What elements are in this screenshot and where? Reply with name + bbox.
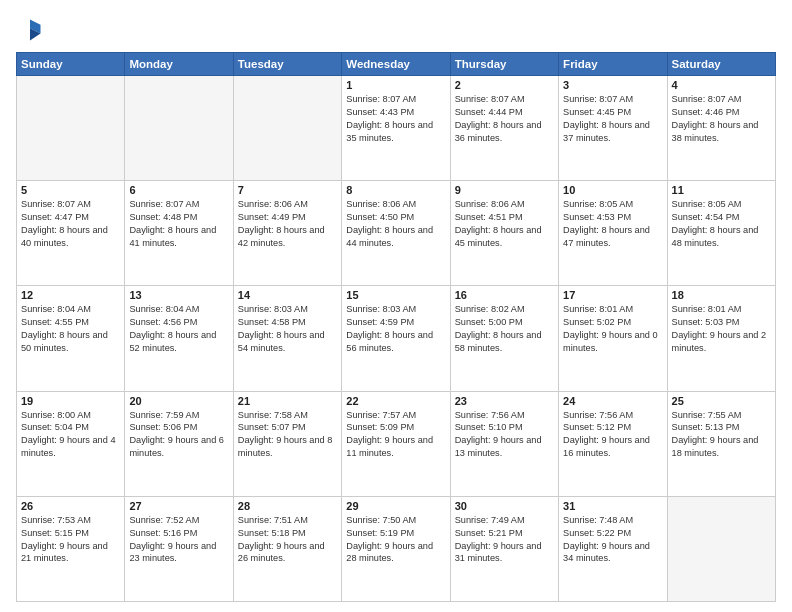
day-number: 28: [238, 500, 337, 512]
day-info: Sunrise: 7:56 AM Sunset: 5:10 PM Dayligh…: [455, 409, 554, 461]
day-info: Sunrise: 8:07 AM Sunset: 4:47 PM Dayligh…: [21, 198, 120, 250]
day-info: Sunrise: 8:03 AM Sunset: 4:58 PM Dayligh…: [238, 303, 337, 355]
day-info: Sunrise: 8:06 AM Sunset: 4:50 PM Dayligh…: [346, 198, 445, 250]
day-info: Sunrise: 7:52 AM Sunset: 5:16 PM Dayligh…: [129, 514, 228, 566]
day-number: 3: [563, 79, 662, 91]
calendar-cell: 8 Sunrise: 8:06 AM Sunset: 4:50 PM Dayli…: [342, 181, 450, 286]
header: [16, 16, 776, 44]
weekday-header-sunday: Sunday: [17, 53, 125, 76]
day-number: 20: [129, 395, 228, 407]
day-info: Sunrise: 7:51 AM Sunset: 5:18 PM Dayligh…: [238, 514, 337, 566]
calendar-cell: 24 Sunrise: 7:56 AM Sunset: 5:12 PM Dayl…: [559, 391, 667, 496]
day-number: 10: [563, 184, 662, 196]
day-number: 24: [563, 395, 662, 407]
calendar-cell: 25 Sunrise: 7:55 AM Sunset: 5:13 PM Dayl…: [667, 391, 775, 496]
calendar-cell: 9 Sunrise: 8:06 AM Sunset: 4:51 PM Dayli…: [450, 181, 558, 286]
logo-icon: [16, 16, 44, 44]
calendar-cell: 14 Sunrise: 8:03 AM Sunset: 4:58 PM Dayl…: [233, 286, 341, 391]
week-row-1: 5 Sunrise: 8:07 AM Sunset: 4:47 PM Dayli…: [17, 181, 776, 286]
calendar-cell: 16 Sunrise: 8:02 AM Sunset: 5:00 PM Dayl…: [450, 286, 558, 391]
day-number: 23: [455, 395, 554, 407]
day-info: Sunrise: 8:03 AM Sunset: 4:59 PM Dayligh…: [346, 303, 445, 355]
week-row-0: 1 Sunrise: 8:07 AM Sunset: 4:43 PM Dayli…: [17, 76, 776, 181]
calendar-cell: 13 Sunrise: 8:04 AM Sunset: 4:56 PM Dayl…: [125, 286, 233, 391]
day-number: 1: [346, 79, 445, 91]
day-info: Sunrise: 8:07 AM Sunset: 4:45 PM Dayligh…: [563, 93, 662, 145]
day-number: 21: [238, 395, 337, 407]
week-row-4: 26 Sunrise: 7:53 AM Sunset: 5:15 PM Dayl…: [17, 496, 776, 601]
week-row-2: 12 Sunrise: 8:04 AM Sunset: 4:55 PM Dayl…: [17, 286, 776, 391]
calendar-cell: [667, 496, 775, 601]
day-number: 25: [672, 395, 771, 407]
calendar-cell: 12 Sunrise: 8:04 AM Sunset: 4:55 PM Dayl…: [17, 286, 125, 391]
day-number: 14: [238, 289, 337, 301]
day-number: 6: [129, 184, 228, 196]
calendar-cell: 5 Sunrise: 8:07 AM Sunset: 4:47 PM Dayli…: [17, 181, 125, 286]
calendar-cell: [17, 76, 125, 181]
day-info: Sunrise: 8:01 AM Sunset: 5:02 PM Dayligh…: [563, 303, 662, 355]
calendar-cell: [233, 76, 341, 181]
day-number: 11: [672, 184, 771, 196]
day-info: Sunrise: 8:04 AM Sunset: 4:55 PM Dayligh…: [21, 303, 120, 355]
weekday-header-tuesday: Tuesday: [233, 53, 341, 76]
day-number: 9: [455, 184, 554, 196]
weekday-header-row: SundayMondayTuesdayWednesdayThursdayFrid…: [17, 53, 776, 76]
day-number: 26: [21, 500, 120, 512]
week-row-3: 19 Sunrise: 8:00 AM Sunset: 5:04 PM Dayl…: [17, 391, 776, 496]
calendar-cell: 23 Sunrise: 7:56 AM Sunset: 5:10 PM Dayl…: [450, 391, 558, 496]
calendar-cell: 19 Sunrise: 8:00 AM Sunset: 5:04 PM Dayl…: [17, 391, 125, 496]
page: SundayMondayTuesdayWednesdayThursdayFrid…: [0, 0, 792, 612]
weekday-header-monday: Monday: [125, 53, 233, 76]
day-number: 27: [129, 500, 228, 512]
day-info: Sunrise: 7:56 AM Sunset: 5:12 PM Dayligh…: [563, 409, 662, 461]
day-number: 13: [129, 289, 228, 301]
day-info: Sunrise: 8:06 AM Sunset: 4:51 PM Dayligh…: [455, 198, 554, 250]
day-number: 5: [21, 184, 120, 196]
day-info: Sunrise: 8:01 AM Sunset: 5:03 PM Dayligh…: [672, 303, 771, 355]
day-info: Sunrise: 8:07 AM Sunset: 4:48 PM Dayligh…: [129, 198, 228, 250]
day-number: 31: [563, 500, 662, 512]
day-number: 19: [21, 395, 120, 407]
calendar-cell: 28 Sunrise: 7:51 AM Sunset: 5:18 PM Dayl…: [233, 496, 341, 601]
day-info: Sunrise: 8:07 AM Sunset: 4:46 PM Dayligh…: [672, 93, 771, 145]
calendar-cell: 11 Sunrise: 8:05 AM Sunset: 4:54 PM Dayl…: [667, 181, 775, 286]
calendar-cell: 7 Sunrise: 8:06 AM Sunset: 4:49 PM Dayli…: [233, 181, 341, 286]
day-number: 2: [455, 79, 554, 91]
calendar-cell: 2 Sunrise: 8:07 AM Sunset: 4:44 PM Dayli…: [450, 76, 558, 181]
weekday-header-saturday: Saturday: [667, 53, 775, 76]
day-number: 15: [346, 289, 445, 301]
calendar-cell: 17 Sunrise: 8:01 AM Sunset: 5:02 PM Dayl…: [559, 286, 667, 391]
day-info: Sunrise: 7:48 AM Sunset: 5:22 PM Dayligh…: [563, 514, 662, 566]
day-info: Sunrise: 8:00 AM Sunset: 5:04 PM Dayligh…: [21, 409, 120, 461]
day-info: Sunrise: 7:53 AM Sunset: 5:15 PM Dayligh…: [21, 514, 120, 566]
day-number: 22: [346, 395, 445, 407]
calendar-cell: 27 Sunrise: 7:52 AM Sunset: 5:16 PM Dayl…: [125, 496, 233, 601]
day-number: 12: [21, 289, 120, 301]
calendar-cell: 15 Sunrise: 8:03 AM Sunset: 4:59 PM Dayl…: [342, 286, 450, 391]
calendar-cell: 31 Sunrise: 7:48 AM Sunset: 5:22 PM Dayl…: [559, 496, 667, 601]
day-info: Sunrise: 8:05 AM Sunset: 4:54 PM Dayligh…: [672, 198, 771, 250]
calendar-cell: 22 Sunrise: 7:57 AM Sunset: 5:09 PM Dayl…: [342, 391, 450, 496]
day-info: Sunrise: 8:07 AM Sunset: 4:43 PM Dayligh…: [346, 93, 445, 145]
day-info: Sunrise: 7:49 AM Sunset: 5:21 PM Dayligh…: [455, 514, 554, 566]
calendar-cell: 3 Sunrise: 8:07 AM Sunset: 4:45 PM Dayli…: [559, 76, 667, 181]
day-info: Sunrise: 8:02 AM Sunset: 5:00 PM Dayligh…: [455, 303, 554, 355]
calendar-cell: 20 Sunrise: 7:59 AM Sunset: 5:06 PM Dayl…: [125, 391, 233, 496]
day-info: Sunrise: 7:55 AM Sunset: 5:13 PM Dayligh…: [672, 409, 771, 461]
day-number: 8: [346, 184, 445, 196]
calendar-cell: [125, 76, 233, 181]
day-info: Sunrise: 7:58 AM Sunset: 5:07 PM Dayligh…: [238, 409, 337, 461]
calendar-cell: 21 Sunrise: 7:58 AM Sunset: 5:07 PM Dayl…: [233, 391, 341, 496]
calendar-cell: 1 Sunrise: 8:07 AM Sunset: 4:43 PM Dayli…: [342, 76, 450, 181]
day-number: 30: [455, 500, 554, 512]
day-number: 18: [672, 289, 771, 301]
calendar-cell: 10 Sunrise: 8:05 AM Sunset: 4:53 PM Dayl…: [559, 181, 667, 286]
day-number: 17: [563, 289, 662, 301]
calendar-cell: 26 Sunrise: 7:53 AM Sunset: 5:15 PM Dayl…: [17, 496, 125, 601]
calendar-cell: 4 Sunrise: 8:07 AM Sunset: 4:46 PM Dayli…: [667, 76, 775, 181]
calendar-cell: 29 Sunrise: 7:50 AM Sunset: 5:19 PM Dayl…: [342, 496, 450, 601]
day-info: Sunrise: 8:04 AM Sunset: 4:56 PM Dayligh…: [129, 303, 228, 355]
day-number: 16: [455, 289, 554, 301]
day-info: Sunrise: 7:57 AM Sunset: 5:09 PM Dayligh…: [346, 409, 445, 461]
day-info: Sunrise: 7:59 AM Sunset: 5:06 PM Dayligh…: [129, 409, 228, 461]
